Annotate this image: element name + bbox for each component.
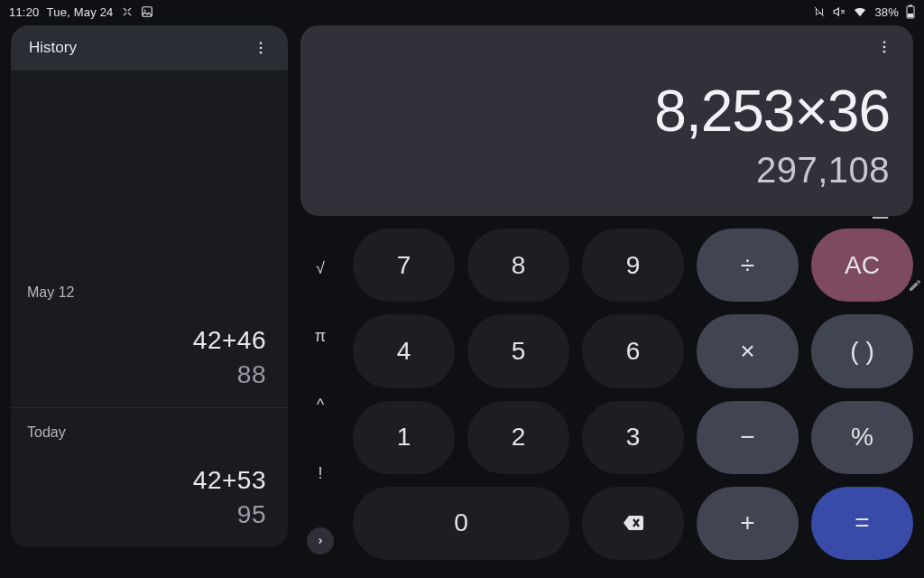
image-icon [141,5,153,18]
backspace-button[interactable] [582,487,684,560]
add-button[interactable]: + [697,487,799,560]
svg-point-8 [883,41,886,43]
digit-4-button[interactable]: 4 [353,314,455,387]
display-expression: 8,253×36 [654,78,890,144]
power-button[interactable]: ^ [317,391,324,420]
digit-0-button[interactable]: 0 [353,487,569,560]
history-title: History [29,39,77,57]
pinwheel-icon [121,5,134,18]
button-grid: 7 8 9 ÷ AC 4 5 6 × ( ) 1 2 3 − % 0 + [353,228,913,560]
svg-point-7 [260,51,263,54]
sqrt-button[interactable]: √ [316,254,325,283]
digit-5-button[interactable]: 5 [467,314,569,387]
edit-icon[interactable] [908,278,922,293]
status-date: Tue, May 24 [47,5,114,19]
svg-point-10 [883,51,886,53]
history-date: Today [27,424,266,441]
backspace-icon [621,514,646,532]
status-time: 11:20 [9,5,40,19]
digit-8-button[interactable]: 8 [467,228,569,302]
digit-9-button[interactable]: 9 [582,228,684,302]
display-result: 297,108 [756,150,890,191]
divide-button[interactable]: ÷ [697,228,799,302]
history-date: May 12 [27,284,266,301]
history-more-icon[interactable] [248,35,273,61]
multiply-button[interactable]: × [697,314,799,387]
digit-3-button[interactable]: 3 [582,401,684,474]
svg-rect-4 [908,14,913,17]
battery-icon [906,5,915,19]
history-group[interactable]: Today 42+53 95 [11,407,288,547]
history-equation: 42+53 [27,466,266,495]
wifi-icon [853,5,867,19]
status-battery-pct: 38% [874,5,899,19]
digit-6-button[interactable]: 6 [582,314,684,387]
calculator-display[interactable]: 8,253×36 297,108 _ [300,25,913,216]
pi-button[interactable]: π [315,322,326,351]
equals-button[interactable]: = [811,487,913,560]
subtract-button[interactable]: − [697,401,799,474]
statusbar: 11:20 Tue, May 24 38% [0,0,924,23]
percent-button[interactable]: % [811,401,913,474]
history-result: 88 [27,360,266,389]
vibrate-icon [813,5,826,18]
factorial-button[interactable]: ! [318,459,322,488]
mute-icon [833,5,845,18]
history-header: History [11,25,288,70]
display-cursor: _ [873,189,888,219]
history-result: 95 [27,500,266,529]
parentheses-button[interactable]: ( ) [811,314,913,387]
svg-point-6 [260,47,263,50]
all-clear-button[interactable]: AC [811,228,913,302]
svg-rect-3 [909,5,912,7]
display-more-icon[interactable] [872,34,897,60]
history-equation: 42+46 [27,326,266,355]
svg-point-5 [260,42,263,44]
svg-point-1 [143,9,145,11]
expand-functions-button[interactable] [307,527,334,555]
history-panel: History May 12 42+46 88 Today 42+53 95 [11,25,288,547]
svg-point-9 [883,46,886,49]
digit-7-button[interactable]: 7 [353,228,455,302]
digit-1-button[interactable]: 1 [353,401,455,474]
digit-2-button[interactable]: 2 [467,401,569,474]
function-column: √ π ^ ! [300,228,340,560]
history-group[interactable]: May 12 42+46 88 [11,268,288,407]
keypad: √ π ^ ! 7 8 9 ÷ AC 4 5 6 × ( ) 1 [300,228,913,560]
